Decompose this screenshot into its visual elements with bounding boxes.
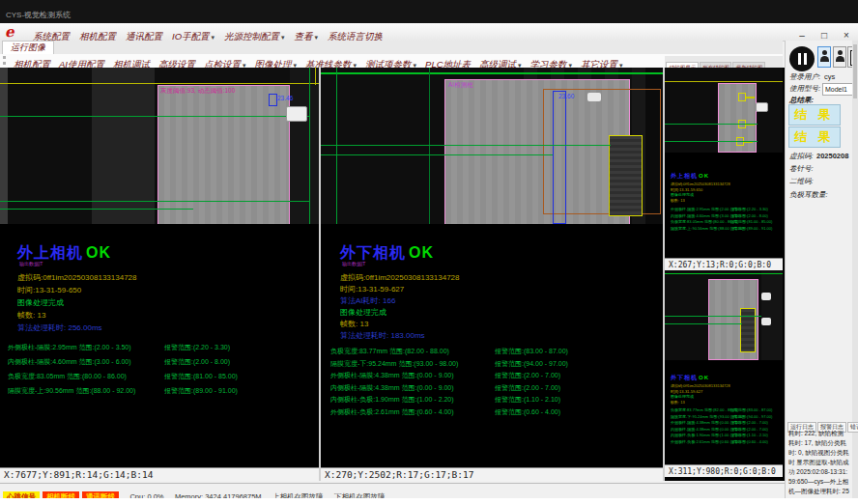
login-user-label: 登录用户:: [789, 72, 820, 82]
user-switch-button[interactable]: [833, 46, 846, 68]
ai-detect-box-label: AI检测框: [448, 81, 473, 90]
measurement-row: 外侧极柱-隔膜:2.95mm 范围:(2.00 - 3.50)报警范围:(2.2…: [8, 340, 238, 354]
baseline-yellow-vertical: [315, 68, 316, 85]
measurement-list: 负极宽度:83.77mm 范围:(82.00 - 88.00)报警范围:(83.…: [671, 407, 779, 445]
model-label: 使用型号:: [789, 84, 820, 94]
measurement-row: 外侧极柱-负极:2.61mm 范围:(0.60 - 4.00)报警范围:(0.6…: [330, 406, 568, 419]
measurement-row: 隔膜宽度-下:95.24mm 范围:(93.00 - 98.00)报警范围:(9…: [330, 358, 568, 371]
roi-yellow-rect: [609, 135, 643, 216]
camera-view-lower: AI检测框 23.60 外下相机OK 输出数据|T 虚拟码:0ff1im2025…: [321, 68, 663, 481]
baseline-green: [665, 316, 761, 317]
tab-row: 运行图像: [0, 41, 783, 55]
measure-value-label: 23.46: [277, 95, 293, 101]
dropdown-arrow-icon: ▾: [315, 34, 319, 41]
baseline-yellow: [0, 83, 319, 84]
baseline-green: [0, 201, 309, 202]
measurement-row: 隔膜宽度-上:90.56mm 范围:(88.00 - 92.00)报警范围:(8…: [671, 226, 779, 233]
user-login-button[interactable]: [817, 46, 831, 68]
defect-thumb-image-lower[interactable]: [665, 271, 783, 360]
result-ok: OK: [699, 173, 709, 179]
camera-image-upper[interactable]: 灰度阈值:93, 动态阈值:100 23.46: [0, 68, 319, 224]
measurement-list: 负极宽度:83.77mm 范围:(82.00 - 88.00)报警范围:(83.…: [330, 346, 568, 418]
defect-thumb-upper: 缺陷图显示所有缺陷图最新缺陷图 外上相机OK 虚拟码:0ff1im2025030…: [665, 56, 783, 270]
result-ok: OK: [409, 244, 434, 261]
baseline-green: [321, 154, 553, 155]
result-box-lower: 结 果: [788, 126, 841, 148]
done-line: 图像处理完成: [340, 307, 386, 318]
toolbar-grip-icon[interactable]: [3, 56, 9, 65]
frame-line: 帧数: 13: [17, 310, 45, 321]
measurement-row: 隔膜宽度-上:90.56mm 范围:(88.00 - 92.00)报警范围:(8…: [8, 383, 238, 398]
result-box-upper: 结 果: [788, 104, 841, 126]
threshold-overlay-text: 灰度阈值:93, 动态阈值:100: [160, 87, 235, 96]
barcode-line: 虚拟码:0ff1im20250308133134728: [340, 272, 460, 283]
measure-value-label: 23.60: [558, 93, 574, 99]
camera-image-lower[interactable]: AI检测框 23.60: [321, 68, 663, 224]
control-panel: 登录用户: cys 使用型号: Model1 总结果: 结 果 结 果 虚拟码:…: [785, 41, 858, 498]
defect-thumb-image-upper[interactable]: [665, 68, 783, 153]
baseline-green-vertical: [309, 68, 310, 224]
baseline-green: [665, 141, 758, 142]
virtual-code-value: 20250208: [816, 152, 848, 160]
done-line: 图像处理完成: [17, 297, 64, 308]
barcode-line: 虚拟码:0ff1im20250308133134728: [17, 272, 137, 283]
login-user-value: cys: [824, 72, 835, 81]
app-logo-icon: e: [5, 23, 14, 41]
baseline-green: [665, 124, 758, 125]
tab-connector: [756, 102, 768, 112]
dropdown-arrow-icon: ▾: [212, 34, 215, 41]
close-button[interactable]: ×: [841, 30, 852, 41]
measurement-list: 外侧极柱-隔膜:2.95mm 范围:(2.00 - 3.50)报警范围:(2.2…: [671, 207, 779, 232]
frame-line: 帧数: 13: [671, 198, 779, 204]
panel-scrollbar-thumb[interactable]: [853, 44, 857, 98]
camera-result-title: 外上相机OK: [671, 164, 779, 182]
highlight-blob: [761, 318, 771, 325]
defect-thumb-lower: 外下相机OK 虚拟码:0ff1im20250308133134728 时间:13…: [665, 271, 783, 477]
window-title: CYS-视觉检测系统: [6, 10, 71, 20]
roi-blue-rect: [553, 91, 566, 224]
roi-blue-rect: [269, 94, 277, 106]
output-data-label: 输出数据|T: [342, 261, 365, 266]
time-line: 时间:13-31-59-627: [340, 284, 404, 294]
elapsed-line: 算法处理耗时: 183.00ms: [340, 330, 425, 341]
machine-edge: [761, 271, 783, 360]
baseline-green-top: [321, 72, 663, 74]
camera-result-title: 外下相机OK: [671, 366, 779, 383]
measurement-row: 外侧极柱-负极:2.61mm 范围:(0.60 - 4.00)报警范围:(0.6…: [671, 439, 779, 446]
result-ok: OK: [699, 375, 709, 380]
person-icon: [818, 47, 830, 67]
baseline-green: [665, 323, 742, 324]
defect-marker: [738, 93, 746, 101]
measurement-row: 负极宽度:83.77mm 范围:(82.00 - 88.00)报警范围:(83.…: [330, 346, 568, 358]
person-icon: [834, 47, 845, 67]
baseline-green: [321, 145, 611, 146]
measurement-row: 内侧极柱-隔膜:4.38mm 范围:(0.00 - 9.00)报警范围:(2.0…: [330, 382, 568, 395]
elapsed-line: 算法处理耗时: 256.00ms: [17, 322, 102, 333]
baseline-yellow: [665, 81, 783, 82]
baseline-green-vertical: [336, 68, 337, 224]
qr-code-label: 二维码:: [789, 177, 814, 186]
frame-line: 帧数: 13: [340, 319, 368, 329]
tab-run-image[interactable]: 运行图像: [2, 41, 54, 54]
camera-view-upper: 灰度阈值:93, 动态阈值:100 23.46 外上相机OK 输出数据|T 虚拟…: [0, 68, 319, 481]
camera-name: 外下相机: [671, 375, 698, 380]
measurement-row: 负极宽度:83.05mm 范围:(80.00 - 86.00)报警范围:(81.…: [8, 369, 238, 383]
status-bar: 心跳信号相机断线通讯断线 Cpu: 0.0% Memory: 3424.4179…: [0, 483, 785, 498]
measurement-row: 内侧极柱-隔膜:4.60mm 范围:(3.00 - 6.00)报警范围:(2.0…: [8, 354, 238, 369]
camera-name: 外上相机: [17, 244, 83, 261]
tab-count-label: 负极耳数量:: [789, 190, 828, 200]
maximize-button[interactable]: □: [818, 30, 830, 41]
virtual-code-label: 虚拟码:: [789, 152, 814, 161]
pixel-coords-readout: X:267;Y:13;R:0;G:0;B:0: [665, 258, 783, 270]
log-text: 耗时: 222, 缺陷检测耗时: 17, 缺陷分类耗时: 0, 缺陷视图分类耗时…: [788, 429, 849, 504]
measurement-row: 外侧极柱-隔膜:4.38mm 范围:(0.00 - 9.00)报警范围:(2.0…: [330, 370, 568, 382]
roi-yellow-rect: [740, 308, 756, 352]
bottom-strip: [0, 498, 858, 504]
pause-button[interactable]: [789, 46, 815, 71]
reel-number-label: 卷针号:: [789, 164, 814, 174]
minimize-button[interactable]: –: [796, 30, 808, 41]
result-ok: OK: [86, 244, 111, 261]
thumb-result-text: 外上相机OK 虚拟码:0ff1im20250308133134728 时间:13…: [671, 164, 779, 232]
highlight-blob: [761, 293, 771, 300]
defect-marker-label: [746, 97, 755, 98]
